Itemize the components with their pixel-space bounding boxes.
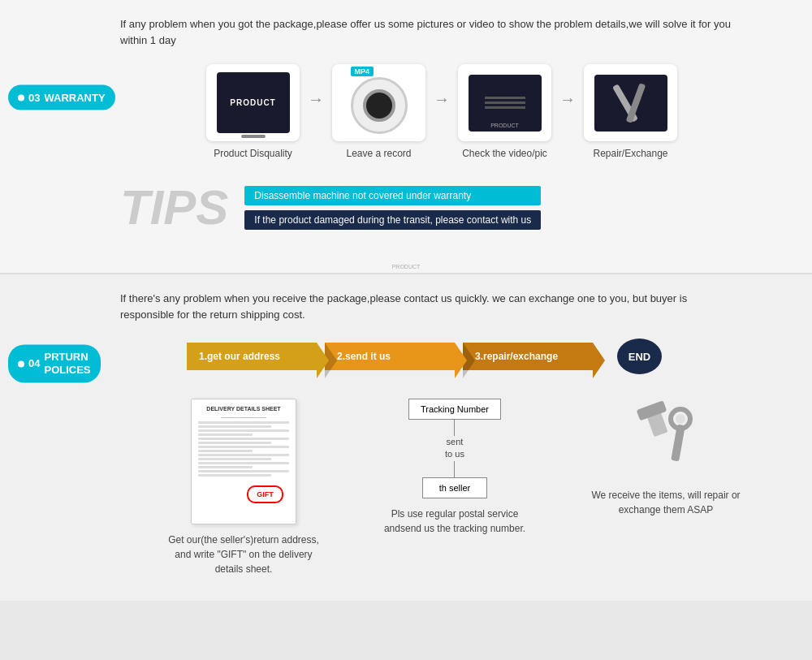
return-label: 04 PRTURN POLICES bbox=[8, 344, 101, 382]
return-intro-text: If there's any problem when you receive … bbox=[120, 291, 737, 322]
delivery-sheet: DELIVERY DETAILS SHEET _________________… bbox=[191, 399, 296, 524]
repair-tools-icon bbox=[622, 83, 639, 123]
warranty-intro-text: If any problem when you got the package,… bbox=[120, 16, 737, 48]
video-display: PRODUCT bbox=[469, 75, 542, 132]
warranty-bullet bbox=[18, 94, 24, 101]
step-label-3: Check the video/pic bbox=[462, 148, 547, 159]
step-check-video: PRODUCT Check the video/pic bbox=[458, 64, 551, 159]
tips-title: TIPS bbox=[120, 183, 228, 232]
wrench-hammer-svg bbox=[625, 399, 706, 480]
tracking-line-2 bbox=[454, 461, 455, 477]
sheet-line-10 bbox=[198, 458, 271, 460]
sheet-line-4 bbox=[198, 434, 253, 436]
return-section: If there's any problem when you receive … bbox=[0, 274, 812, 601]
repair-display: PRODUCT bbox=[594, 75, 667, 132]
sheet-line-12 bbox=[198, 466, 253, 468]
process-steps-row: 1.get our address 2.send it us 3.repair/… bbox=[41, 339, 771, 374]
step-label-1: Product Disquality bbox=[214, 148, 292, 159]
tools-item: We receive the items, will repair or exc… bbox=[585, 399, 747, 517]
tracking-sent-text: sentto us bbox=[445, 436, 464, 461]
svg-rect-3 bbox=[671, 424, 685, 461]
process-step-3-label: 3.repair/exchange bbox=[475, 351, 558, 362]
mp4-badge: MP4 bbox=[351, 67, 374, 76]
process-step-1-label: 1.get our address bbox=[199, 351, 280, 362]
warranty-section: If any problem when you got the package,… bbox=[0, 0, 812, 274]
tracking-label: Tracking Number bbox=[421, 404, 489, 414]
return-title-2: POLICES bbox=[44, 364, 90, 377]
return-title-1: PRTURN bbox=[44, 351, 90, 364]
process-step-1: 1.get our address bbox=[187, 343, 317, 370]
warranty-number: 03 bbox=[28, 92, 40, 104]
sheet-line-8 bbox=[198, 450, 253, 452]
tracking-line-1 bbox=[454, 420, 455, 436]
sheet-line-1 bbox=[198, 421, 289, 424]
tracking-number-box: Tracking Number bbox=[408, 399, 501, 420]
svg-point-4 bbox=[676, 414, 685, 424]
tips-section: TIPS Disassemble machine not covered und… bbox=[0, 167, 812, 248]
video-line-3 bbox=[485, 106, 525, 109]
mp4-camera-container: MP4 bbox=[343, 71, 416, 136]
sheet-lines bbox=[198, 421, 289, 477]
sheet-line-6 bbox=[198, 442, 271, 444]
step-icon-video: PRODUCT bbox=[458, 64, 551, 141]
video-line-1 bbox=[485, 97, 525, 99]
step-repair-exchange: PRODUCT Repair/Exchange bbox=[584, 64, 677, 159]
seller-box: th seller bbox=[422, 477, 487, 498]
product-display-icon: PRODUCT bbox=[217, 72, 290, 133]
camera-body bbox=[351, 77, 408, 134]
process-step-2: 2.send it us bbox=[325, 343, 455, 370]
sheet-line-5 bbox=[198, 438, 289, 440]
sheet-line-7 bbox=[198, 446, 289, 448]
warranty-steps: PRODUCT Product Disquality → MP4 Leave a… bbox=[0, 64, 812, 159]
step-icon-product: PRODUCT bbox=[206, 64, 300, 141]
sheet-line-14 bbox=[198, 474, 271, 477]
tools-caption: We receive the items, will repair or exc… bbox=[585, 488, 747, 517]
arrow-3: → bbox=[559, 90, 576, 109]
end-label: END bbox=[628, 351, 650, 363]
process-end-badge: END bbox=[617, 339, 662, 374]
arrow-1: → bbox=[308, 90, 324, 109]
sheet-title: DELIVERY DETAILS SHEET bbox=[198, 406, 289, 412]
video-line-2 bbox=[485, 101, 525, 104]
delivery-sheet-item: DELIVERY DETAILS SHEET _________________… bbox=[162, 399, 325, 576]
process-step-2-label: 2.send it us bbox=[337, 351, 391, 362]
warranty-label: 03 WARRANTY bbox=[8, 85, 115, 110]
return-number: 04 bbox=[28, 358, 40, 370]
tip-1-badge: Disassemble machine not covered under wa… bbox=[244, 186, 541, 205]
step-leave-record: MP4 Leave a record bbox=[332, 64, 425, 159]
step-icon-repair: PRODUCT bbox=[584, 64, 677, 141]
process-step-3: 3.repair/exchange bbox=[463, 343, 593, 370]
step-label-4: Repair/Exchange bbox=[593, 148, 667, 159]
tips-content: Disassemble machine not covered under wa… bbox=[244, 186, 541, 230]
sheet-subtitle: ____________________ bbox=[198, 413, 289, 418]
product-icon-label: PRODUCT bbox=[230, 98, 275, 107]
sheet-line-9 bbox=[198, 454, 289, 456]
tracking-diagram: Tracking Number sentto us th seller bbox=[408, 399, 501, 498]
sheet-line-11 bbox=[198, 462, 289, 464]
gift-badge: GIFT bbox=[247, 485, 283, 503]
tip-2-badge: If the product damaged during the transi… bbox=[244, 210, 541, 230]
tracking-number-item: Tracking Number sentto us th seller Pls … bbox=[374, 399, 536, 536]
sheet-line-2 bbox=[198, 425, 271, 428]
delivery-caption: Get our(the seller's)return address, and… bbox=[162, 533, 325, 576]
return-bullet bbox=[18, 360, 24, 367]
tracking-caption: Pls use regular postal service andsend u… bbox=[374, 507, 536, 536]
arrow-2: → bbox=[434, 90, 450, 109]
warranty-title: WARRANTY bbox=[44, 92, 105, 104]
step-label-2: Leave a record bbox=[346, 148, 411, 159]
step-product-disquality: PRODUCT Product Disquality bbox=[206, 64, 300, 159]
sheet-line-3 bbox=[198, 429, 289, 432]
tools-icon bbox=[625, 399, 706, 480]
video-lines bbox=[485, 97, 525, 109]
video-product-label: PRODUCT bbox=[490, 123, 519, 128]
step-icon-camera: MP4 bbox=[332, 64, 425, 141]
camera-lens bbox=[363, 89, 395, 122]
bottom-icons-row: DELIVERY DETAILS SHEET _________________… bbox=[0, 399, 812, 576]
sheet-line-13 bbox=[198, 470, 289, 472]
